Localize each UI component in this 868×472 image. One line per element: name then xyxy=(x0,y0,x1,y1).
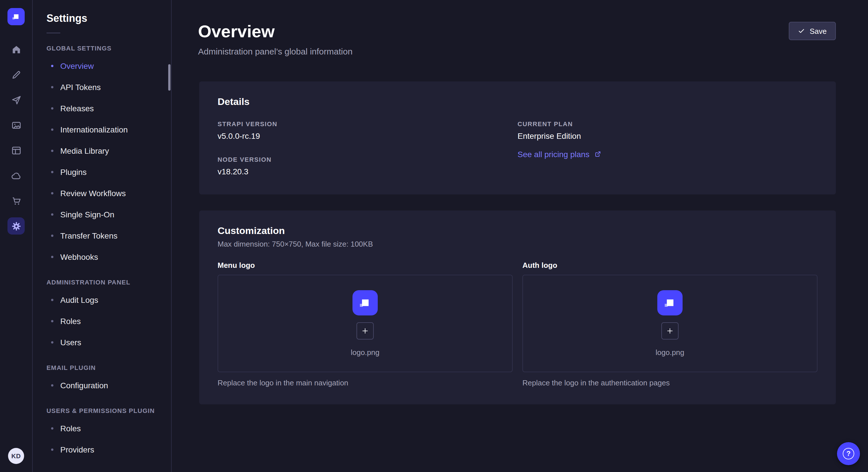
section-administration-panel: ADMINISTRATION PANEL xyxy=(33,279,171,285)
menu-logo-label: Menu logo xyxy=(218,261,513,269)
bullet-icon xyxy=(51,65,53,67)
images-icon xyxy=(11,120,22,131)
subnav-divider xyxy=(46,33,60,33)
subnav-title: Settings xyxy=(46,12,157,25)
user-avatar[interactable]: KD xyxy=(8,448,24,464)
bullet-icon xyxy=(51,341,53,343)
node-version-block: NODE VERSION v18.20.3 xyxy=(218,156,518,176)
bullet-icon xyxy=(51,171,53,173)
bullet-icon xyxy=(51,107,53,109)
home-nav-button[interactable] xyxy=(5,38,28,61)
strapi-version-block: STRAPI VERSION v5.0.0-rc.19 xyxy=(218,120,518,140)
sidebar-item-single-sign-on[interactable]: Single Sign-On xyxy=(33,204,171,225)
bullet-icon xyxy=(51,128,53,131)
help-button[interactable]: ? xyxy=(837,442,860,465)
paper-plane-icon xyxy=(11,94,22,105)
menu-logo-caption: Replace the logo in the main navigation xyxy=(218,378,513,387)
sidebar-item-transfer-tokens[interactable]: Transfer Tokens xyxy=(33,225,171,246)
sidebar-item-media-library[interactable]: Media Library xyxy=(33,140,171,161)
bullet-icon xyxy=(51,256,53,258)
sidebar-item-internationalization[interactable]: Internationalization xyxy=(33,119,171,140)
bullet-icon xyxy=(51,86,53,88)
logo-grid: Menu logo logo xyxy=(218,261,817,387)
menu-logo-add-button[interactable] xyxy=(356,322,374,339)
sidebar-item-review-workflows[interactable]: Review Workflows xyxy=(33,182,171,204)
pencil-icon xyxy=(11,69,22,80)
menu-logo-column: Menu logo logo xyxy=(218,261,513,387)
auth-logo-preview xyxy=(657,290,683,315)
home-icon xyxy=(11,44,22,55)
strapi-logo[interactable] xyxy=(7,8,25,25)
save-button[interactable]: Save xyxy=(789,22,836,40)
customization-card: Customization Max dimension: 750×750, Ma… xyxy=(199,210,836,404)
settings-active-tile xyxy=(7,217,25,235)
sidebar-item-configuration[interactable]: Configuration xyxy=(33,374,171,396)
cloud-nav-button[interactable] xyxy=(5,164,28,187)
question-mark-icon: ? xyxy=(843,448,854,460)
bullet-icon xyxy=(51,427,53,429)
section-email-plugin: EMAIL PLUGIN xyxy=(33,364,171,371)
subnav-scrollbar[interactable] xyxy=(168,64,170,91)
bullet-icon xyxy=(51,299,53,301)
bullet-icon xyxy=(51,448,53,450)
bullet-icon xyxy=(51,234,53,237)
sidebar-item-releases[interactable]: Releases xyxy=(33,98,171,119)
details-left-column: STRAPI VERSION v5.0.0-rc.19 NODE VERSION… xyxy=(218,120,518,176)
details-card-title: Details xyxy=(218,96,817,107)
main-content: Overview Administration panel’s global i… xyxy=(172,0,868,472)
sidebar-item-webhooks[interactable]: Webhooks xyxy=(33,246,171,267)
section-users-permissions-plugin: USERS & PERMISSIONS PLUGIN xyxy=(33,407,171,414)
sidebar-item-users[interactable]: Users xyxy=(33,332,171,353)
sidebar-item-providers[interactable]: Providers xyxy=(33,439,171,460)
sidebar-item-audit-logs[interactable]: Audit Logs xyxy=(33,289,171,310)
details-right-column: CURRENT PLAN Enterprise Edition See all … xyxy=(518,120,817,176)
cart-icon xyxy=(11,195,22,206)
strapi-logo-icon xyxy=(662,295,677,310)
plus-icon xyxy=(666,327,674,335)
settings-subnav: Settings GLOBAL SETTINGS Overview API To… xyxy=(33,0,172,472)
plus-icon xyxy=(361,327,369,335)
customization-card-subtitle: Max dimension: 750×750, Max file size: 1… xyxy=(218,239,817,248)
gear-icon xyxy=(11,221,22,231)
menu-logo-preview xyxy=(352,290,378,315)
auth-logo-dropzone[interactable]: logo.png xyxy=(522,274,817,372)
page-title: Overview xyxy=(198,22,352,42)
sidebar-item-plugins[interactable]: Plugins xyxy=(33,161,171,182)
bullet-icon xyxy=(51,213,53,215)
strapi-logo-icon xyxy=(11,11,21,22)
strapi-version-label: STRAPI VERSION xyxy=(218,120,518,127)
external-link-icon xyxy=(594,150,601,158)
layout-icon xyxy=(11,145,22,156)
section-global-settings: GLOBAL SETTINGS xyxy=(33,45,171,52)
auth-logo-caption: Replace the logo in the authentication p… xyxy=(522,378,817,387)
bullet-icon xyxy=(51,384,53,386)
pricing-plans-link[interactable]: See all pricing plans xyxy=(518,149,601,159)
releases-nav-button[interactable] xyxy=(5,88,28,111)
menu-logo-dropzone[interactable]: logo.png xyxy=(218,274,513,372)
page-subtitle: Administration panel’s global informatio… xyxy=(198,46,352,56)
auth-logo-filename: logo.png xyxy=(656,348,684,357)
customization-card-title: Customization xyxy=(218,225,817,237)
check-icon xyxy=(798,28,805,34)
settings-nav-button[interactable] xyxy=(5,214,28,237)
current-plan-label: CURRENT PLAN xyxy=(518,120,817,127)
bullet-icon xyxy=(51,192,53,194)
content-manager-nav-button[interactable] xyxy=(5,63,28,86)
content-type-builder-nav-button[interactable] xyxy=(5,139,28,162)
strapi-version-value: v5.0.0-rc.19 xyxy=(218,131,518,140)
auth-logo-add-button[interactable] xyxy=(661,322,679,339)
details-card: Details STRAPI VERSION v5.0.0-rc.19 NODE… xyxy=(199,81,836,194)
details-grid: STRAPI VERSION v5.0.0-rc.19 NODE VERSION… xyxy=(218,120,817,176)
sidebar-item-roles-up[interactable]: Roles xyxy=(33,417,171,439)
marketplace-nav-button[interactable] xyxy=(5,189,28,212)
app-window: KD Settings GLOBAL SETTINGS Overview API… xyxy=(0,0,868,472)
bullet-icon xyxy=(51,320,53,322)
media-library-nav-button[interactable] xyxy=(5,113,28,136)
sidebar-item-overview[interactable]: Overview xyxy=(33,55,171,76)
auth-logo-label: Auth logo xyxy=(522,261,817,269)
sidebar-item-api-tokens[interactable]: API Tokens xyxy=(33,76,171,98)
current-plan-value: Enterprise Edition xyxy=(518,131,817,140)
strapi-logo-icon xyxy=(358,295,373,310)
sidebar-item-roles-admin[interactable]: Roles xyxy=(33,310,171,332)
cloud-icon xyxy=(11,170,22,181)
